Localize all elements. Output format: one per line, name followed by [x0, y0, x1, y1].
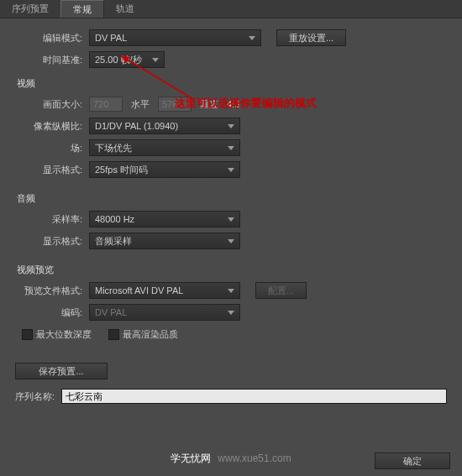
video-section-title: 视频	[17, 77, 447, 90]
sequence-name-label: 序列名称:	[15, 390, 61, 403]
frame-size-label: 画面大小:	[15, 98, 89, 111]
audio-section-title: 音频	[17, 192, 447, 205]
max-bit-depth-checkbox[interactable]	[22, 329, 33, 340]
main-panel: 编辑模式: DV PAL 重放设置... 时间基准: 25.00 帧/秒 视频 …	[0, 18, 462, 382]
field-label: 场:	[15, 142, 89, 154]
timebase-label: 时间基准:	[15, 54, 89, 66]
sequence-name-input[interactable]: 七彩云南	[61, 389, 447, 404]
ok-button[interactable]: 确定	[375, 452, 450, 469]
edit-mode-dropdown[interactable]: DV PAL	[89, 29, 261, 46]
display-format-dropdown[interactable]: 25fps 时间码	[89, 161, 240, 178]
config-button: 配置...	[255, 282, 307, 299]
max-bit-depth-label: 最大位数深度	[36, 328, 92, 341]
reset-settings-button[interactable]: 重放设置...	[276, 29, 346, 46]
sample-rate-label: 采样率:	[15, 213, 89, 226]
encode-dropdown: DV PAL	[89, 304, 240, 321]
annotation-text: 这里可以选择你要编辑的模式	[175, 96, 317, 111]
preview-format-label: 预览文件格式:	[15, 285, 89, 297]
audio-display-dropdown[interactable]: 音频采样	[89, 233, 240, 249]
sample-rate-dropdown[interactable]: 48000 Hz	[89, 211, 240, 228]
display-format-label: 显示格式:	[15, 164, 89, 176]
par-dropdown[interactable]: D1/DV PAL (1.0940)	[89, 118, 240, 134]
tab-general[interactable]: 常规	[60, 0, 104, 18]
encode-label: 编码:	[15, 306, 89, 319]
edit-mode-label: 编辑模式:	[15, 32, 89, 44]
tabs-bar: 序列预置 常规 轨道	[0, 0, 462, 18]
video-preview-section-title: 视频预览	[17, 264, 447, 276]
audio-display-label: 显示格式:	[15, 235, 89, 248]
timebase-dropdown[interactable]: 25.00 帧/秒	[89, 51, 165, 68]
field-dropdown[interactable]: 下场优先	[89, 139, 240, 156]
horizontal-label: 水平	[123, 98, 158, 111]
preview-format-dropdown[interactable]: Microsoft AVI DV PAL	[89, 282, 240, 299]
frame-width-input: 720	[89, 97, 123, 112]
max-render-checkbox[interactable]	[108, 329, 119, 340]
save-preset-button[interactable]: 保存预置...	[15, 363, 108, 379]
max-render-label: 最高渲染品质	[123, 328, 178, 341]
tab-preset[interactable]: 序列预置	[0, 0, 60, 18]
par-label: 像素纵横比:	[15, 120, 89, 133]
tab-track[interactable]: 轨道	[104, 0, 146, 18]
